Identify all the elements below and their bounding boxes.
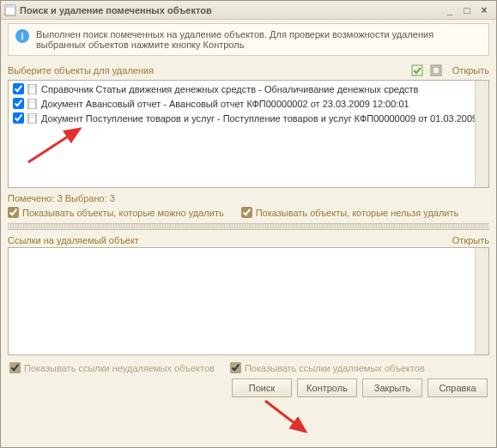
- svg-rect-9: [29, 100, 35, 101]
- list-item-checkbox[interactable]: [13, 83, 24, 94]
- splitter[interactable]: [8, 223, 489, 230]
- refs-list: [8, 247, 489, 355]
- list-item-label: Документ Поступление товаров и услуг - П…: [41, 113, 488, 124]
- svg-rect-2: [412, 65, 422, 76]
- svg-rect-8: [28, 99, 36, 109]
- selection-label: Выберите объекты для удаления: [8, 65, 409, 76]
- svg-rect-5: [28, 84, 36, 94]
- svg-rect-11: [28, 113, 36, 124]
- document-icon: [27, 84, 38, 94]
- search-button[interactable]: Поиск: [232, 378, 292, 397]
- svg-rect-4: [433, 67, 439, 74]
- refs-scrollbar[interactable]: [475, 248, 488, 354]
- open-link-top[interactable]: Открыть: [452, 65, 489, 76]
- list-item[interactable]: Справочник Статьи движения денежных сред…: [9, 82, 488, 96]
- window-root: Поиск и удаление помеченных объектов _ □…: [0, 0, 497, 448]
- filter-refs-nondeletable-checkbox[interactable]: [9, 362, 21, 373]
- filter-refs-deletable[interactable]: Показывать ссылки удаляемых объектов: [230, 362, 425, 373]
- control-button[interactable]: Контроль: [297, 378, 357, 397]
- filter-refs-nondeletable-label: Показывать ссылки неудаляемых объектов: [24, 363, 215, 373]
- list-item-checkbox[interactable]: [13, 112, 24, 124]
- maximize-button[interactable]: □: [458, 3, 476, 17]
- svg-rect-10: [29, 102, 35, 103]
- filter-refs-deletable-label: Показывать ссылки удаляемых объектов: [245, 363, 425, 373]
- annotation-arrow-bottom: [258, 396, 318, 439]
- window-title: Поиск и удаление помеченных объектов: [20, 5, 441, 15]
- info-text: Выполнен поиск помеченных на удаление об…: [36, 29, 482, 50]
- filter-deletable-checkbox[interactable]: [8, 207, 19, 218]
- svg-rect-6: [29, 86, 35, 87]
- close-window-button[interactable]: ×: [476, 3, 493, 17]
- refs-label: Ссылки на удаляемый объект: [8, 235, 447, 245]
- list-item-checkbox[interactable]: [13, 98, 24, 109]
- selection-header: Выберите объекты для удаления Открыть: [8, 63, 489, 78]
- refs-header: Ссылки на удаляемый объект Открыть: [8, 235, 489, 245]
- svg-rect-12: [29, 115, 35, 116]
- minimize-button[interactable]: _: [441, 3, 458, 17]
- list-item-label: Справочник Статьи движения денежных сред…: [41, 84, 418, 94]
- filter-deletable-label: Показывать объекты, которые можно удалит…: [22, 208, 224, 218]
- document-icon: [27, 113, 38, 124]
- list-item[interactable]: Документ Авансовый отчет - Авансовый отч…: [9, 96, 488, 111]
- uncheck-all-button[interactable]: [428, 63, 444, 78]
- svg-rect-1: [5, 5, 15, 8]
- filter-refs-deletable-checkbox[interactable]: [230, 362, 241, 373]
- filter-nondeletable[interactable]: Показывать объекты, которые нельзя удали…: [241, 207, 459, 218]
- open-link-refs[interactable]: Открыть: [452, 235, 489, 245]
- help-button[interactable]: Справка: [427, 378, 488, 397]
- objects-list: Справочник Статьи движения денежных сред…: [8, 80, 489, 188]
- button-row: Поиск Контроль Закрыть Справка: [8, 378, 489, 397]
- document-icon: [27, 99, 38, 109]
- filter-nondeletable-checkbox[interactable]: [241, 207, 252, 218]
- filter-deletable[interactable]: Показывать объекты, которые можно удалит…: [8, 207, 224, 218]
- info-panel: i Выполнен поиск помеченных на удаление …: [8, 23, 489, 56]
- titlebar: Поиск и удаление помеченных объектов _ □…: [1, 1, 496, 20]
- status-text: Помечено: 3 Выбрано: 3: [8, 193, 489, 203]
- check-all-button[interactable]: [409, 63, 425, 78]
- window-icon: [4, 4, 16, 16]
- filter-nondeletable-label: Показывать объекты, которые нельзя удали…: [256, 208, 459, 218]
- close-button[interactable]: Закрыть: [362, 378, 422, 397]
- info-icon: i: [15, 29, 29, 43]
- svg-rect-7: [29, 88, 35, 88]
- list-scrollbar[interactable]: [475, 81, 488, 187]
- filter-row-bottom: Показывать ссылки неудаляемых объектов П…: [8, 362, 489, 373]
- list-item[interactable]: Документ Поступление товаров и услуг - П…: [9, 111, 488, 125]
- filter-row-top: Показывать объекты, которые можно удалит…: [8, 207, 489, 218]
- list-item-label: Документ Авансовый отчет - Авансовый отч…: [41, 99, 409, 109]
- svg-rect-13: [29, 117, 35, 118]
- filter-refs-nondeletable[interactable]: Показывать ссылки неудаляемых объектов: [9, 362, 215, 373]
